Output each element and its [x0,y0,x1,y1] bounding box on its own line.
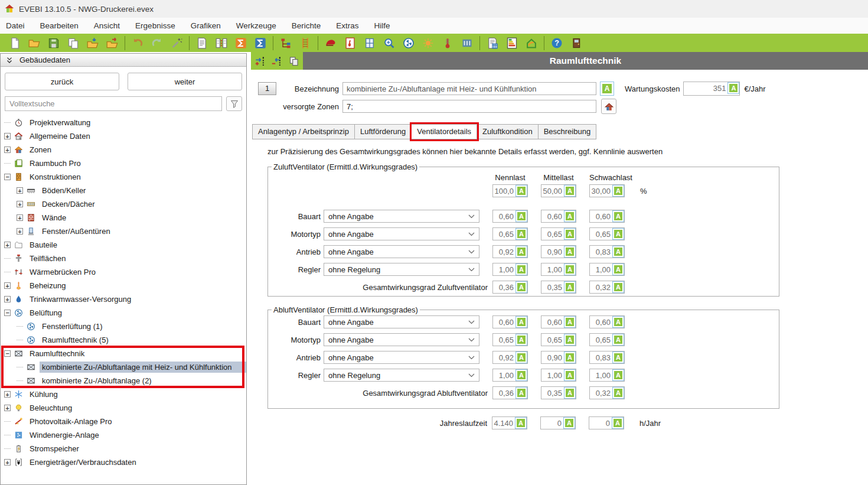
auto-value-button[interactable]: A [515,185,527,197]
menu-item-berichte[interactable]: Berichte [292,21,321,30]
auto-value-button[interactable]: A [564,334,576,346]
value-field[interactable]: 1,00A [589,369,625,382]
tab-ventilatordetails[interactable]: Ventilatordetails [412,124,477,139]
new-document-icon[interactable] [8,36,22,50]
auto-value-button[interactable]: A [515,263,527,275]
auto-value-button[interactable]: A [564,185,576,197]
tab-anlagentyp-arbeitsprinzip[interactable]: Anlagentyp / Arbeitsprinzip [252,124,355,139]
auto-value-button-wartungskosten[interactable]: A [727,82,739,94]
bezeichnung-input[interactable] [342,82,596,95]
tree-item-beleuchtung[interactable]: +Beleuchtung [1,401,246,415]
value-field[interactable]: 0,90A [541,351,576,364]
collapse-icon[interactable]: − [4,310,11,316]
tree-item-energieträger-verbrauchsdaten[interactable]: +Energieträger/Verbrauchsdaten [1,455,246,469]
total-value-field[interactable]: 0,32A [589,386,625,399]
menu-item-grafiken[interactable]: Grafiken [191,21,221,30]
shs-panel-icon[interactable] [460,36,474,50]
expand-icon[interactable]: + [4,296,11,302]
expand-icon[interactable]: + [4,147,11,153]
tab-luftförderung[interactable]: Luftförderung [355,124,412,139]
value-field[interactable]: 1,00A [541,263,576,276]
total-value-field[interactable]: 0,36A [492,281,528,294]
tree-item-decken-dächer[interactable]: +Decken/Dächer [1,197,246,211]
next-button[interactable]: weiter [128,73,242,90]
expand-icon[interactable]: + [17,228,23,235]
collapse-icon[interactable]: − [4,350,11,357]
jahreslaufzeit-field[interactable]: 0A [540,416,576,429]
expand-icon[interactable]: + [4,242,11,248]
sum-orange-icon[interactable] [234,36,248,50]
tree-item-fensterlüftung-1-[interactable]: Fensterlüftung (1) [1,320,246,333]
tree-item-belüftung[interactable]: −Belüftung [1,306,246,320]
auto-value-button[interactable]: A [515,228,527,240]
value-field[interactable]: 0,65A [589,333,625,346]
expand-icon[interactable]: + [17,187,23,194]
auto-value-button[interactable]: A [612,228,624,240]
sun-icon[interactable] [421,36,435,50]
filter-button[interactable] [226,96,242,111]
tree-item-böden-keller[interactable]: +Böden/Keller [1,184,246,197]
tree-item-windenergie-anlage[interactable]: Windenergie-Anlage [1,428,246,442]
auto-value-button[interactable]: A [612,351,624,363]
auto-value-button[interactable]: A [564,228,576,240]
report-document-icon[interactable] [195,36,209,50]
back-button[interactable]: zurück [5,73,119,90]
total-value-field[interactable]: 0,35A [541,386,576,399]
data-compare-icon[interactable] [214,36,229,50]
auto-value-button[interactable]: A [612,263,624,275]
window-frame-icon[interactable] [363,36,377,50]
tree-item-konstruktionen[interactable]: −Konstruktionen [1,170,246,184]
magic-wand-icon[interactable] [169,36,184,50]
value-field[interactable]: 0,60A [541,210,576,223]
auto-value-button[interactable]: A [515,334,527,346]
menu-item-extras[interactable]: Extras [336,21,358,30]
auto-value-button[interactable]: A [515,351,527,363]
expand-icon[interactable]: + [17,201,23,207]
tab-zuluftkondition[interactable]: Zuluftkondition [477,124,539,139]
total-value-field[interactable]: 0,36A [492,386,528,399]
energy-label-icon[interactable] [505,36,519,50]
auto-value-button[interactable]: A [564,281,576,293]
value-field[interactable]: 0,92A [492,245,528,258]
value-field[interactable]: 0,83A [589,245,625,258]
help-icon[interactable]: ? [550,36,564,50]
auto-value-button[interactable]: A [515,369,527,381]
expand-icon[interactable]: + [4,459,11,466]
menu-item-werkzeuge[interactable]: Werkzeuge [236,21,276,30]
exit-door-icon[interactable] [569,36,583,50]
regler-dropdown[interactable]: ohne Regelung [324,369,479,382]
auto-value-button[interactable]: A [564,369,576,381]
total-value-field[interactable]: 0,32A [589,281,625,294]
tree-item-bauteile[interactable]: +Bauteile [1,238,246,252]
undo-icon[interactable] [130,36,145,50]
redo-icon[interactable] [150,36,164,50]
ladder-icon[interactable] [298,36,312,50]
auto-value-button[interactable]: A [612,369,624,381]
auto-value-button[interactable]: A [612,246,624,258]
hierarchy-icon[interactable] [279,36,293,50]
tree-item-projektverwaltung[interactable]: Projektverwaltung [1,116,246,129]
auto-value-button-bezeichnung[interactable]: A [600,82,614,96]
tree-item-teilflächen[interactable]: Teilflächen [1,252,246,265]
auto-value-button[interactable]: A [612,417,624,429]
expand-icon[interactable]: + [17,214,23,221]
record-number-badge[interactable]: 1 [258,82,276,95]
total-value-field[interactable]: 0,35A [541,281,576,294]
auto-value-button[interactable]: A [515,246,527,258]
tree-item-raumlufttechnik[interactable]: −Raumlufttechnik [1,347,246,360]
expand-icon[interactable]: + [4,282,11,289]
remove-record-icon[interactable] [270,54,283,68]
menu-item-ergebnisse[interactable]: Ergebnisse [135,21,175,30]
auto-value-button[interactable]: A [515,281,527,293]
value-field[interactable]: 1,00A [492,263,528,276]
wartungskosten-field[interactable]: 351 A [683,82,740,96]
auto-value-button[interactable]: A [612,281,624,293]
auto-value-button[interactable]: A [612,316,624,328]
fan-icon[interactable] [402,36,416,50]
tree-item-raumlufttechnik-5-[interactable]: Raumlufttechnik (5) [1,333,246,347]
auto-value-button[interactable]: A [612,334,624,346]
expand-icon[interactable]: + [4,391,11,398]
add-record-icon[interactable] [254,54,266,68]
value-field[interactable]: 0,90A [541,245,576,258]
tree-item-kühlung[interactable]: +Kühlung [1,388,246,401]
